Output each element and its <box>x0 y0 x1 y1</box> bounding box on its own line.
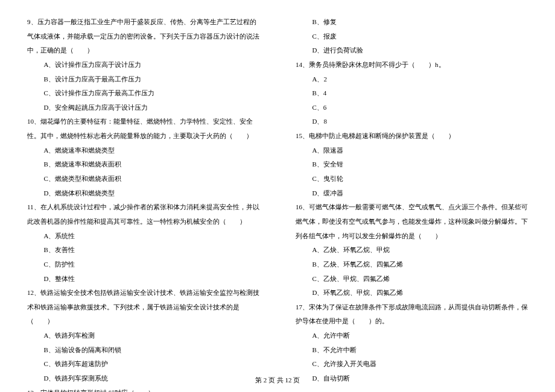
q11-option-a: A、系统性 <box>27 229 259 244</box>
question-15: 15、电梯中防止电梯超速和断绳的保护装置是（ ） A、限速器 B、安全钳 C、曳… <box>296 129 528 200</box>
q9-option-d: D、安全阀起跳压力应高于设计压力 <box>27 101 259 115</box>
q11-text: 11、在人机系统设计过程中，减少操作者的紧张和体力消耗来提高安全性，并以此改善机… <box>27 200 259 229</box>
q13-option-b: B、修复 <box>296 15 528 30</box>
q17-option-b: B、不允许中断 <box>296 343 528 358</box>
q10-option-b: B、燃烧速率和燃烧表面积 <box>27 157 259 172</box>
q14-option-d: D、8 <box>296 115 528 129</box>
question-13: 13、宋体吊钩扭转变形超过 5°时应（ ）。 A、正常使用 <box>27 386 259 392</box>
q13-text: 13、宋体吊钩扭转变形超过 5°时应（ ）。 <box>27 386 259 392</box>
q9-option-c: C、设计操作压力应高于最高工作压力 <box>27 86 259 101</box>
question-12: 12、铁路运输安全技术包括铁路运输安全设计技术、铁路运输安全监控与检测技术和铁路… <box>27 286 259 385</box>
question-14: 14、乘务员待乘卧床休息时间不得少于（ ）h。 A、2 B、4 C、6 D、8 <box>296 58 528 129</box>
question-11: 11、在人机系统设计过程中，减少操作者的紧张和体力消耗来提高安全性，并以此改善机… <box>27 200 259 286</box>
q9-option-b: B、设计压力应高于最高工作压力 <box>27 72 259 87</box>
q14-option-b: B、4 <box>296 86 528 101</box>
right-column: B、修复 C、报废 D、进行负荷试验 14、乘务员待乘卧床休息时间不得少于（ ）… <box>296 15 528 365</box>
q13-option-c: C、报废 <box>296 30 528 44</box>
q15-option-d: D、缓冲器 <box>296 186 528 201</box>
q17-text: 17、宋体为了保证在故障条件下形成故障电流回路，从而提供自动切断条件，保护导体在… <box>296 300 528 329</box>
q9-option-a: A、设计操作压力应高于设计压力 <box>27 58 259 72</box>
page-content: 9、压力容器一般泛指工业生产中用于盛装反应、传热、分离等生产工艺过程的气体或液体… <box>27 15 528 365</box>
q12-option-a: A、铁路列车检测 <box>27 329 259 343</box>
q15-option-b: B、安全钳 <box>296 157 528 172</box>
q12-option-b: B、运输设备的隔离和闭锁 <box>27 343 259 358</box>
q10-option-c: C、燃烧类型和燃烧表面积 <box>27 172 259 186</box>
q10-option-a: A、燃烧速率和燃烧类型 <box>27 144 259 158</box>
q17-option-a: A、允许中断 <box>296 329 528 343</box>
question-13-cont: B、修复 C、报废 D、进行负荷试验 <box>296 15 528 58</box>
left-column: 9、压力容器一般泛指工业生产中用于盛装反应、传热、分离等生产工艺过程的气体或液体… <box>27 15 259 365</box>
q10-option-d: D、燃烧体积和燃烧类型 <box>27 186 259 201</box>
q16-text: 16、可燃气体爆炸一般需要可燃气体、空气或氧气、点火源三个条件。但某些可燃气体，… <box>296 200 528 243</box>
q11-option-d: D、整体性 <box>27 272 259 286</box>
q11-option-c: C、防护性 <box>27 258 259 272</box>
q16-option-d: D、环氧乙烷、甲烷、四氟乙烯 <box>296 286 528 300</box>
q14-text: 14、乘务员待乘卧床休息时间不得少于（ ）h。 <box>296 58 528 72</box>
q16-option-b: B、乙炔、环氧乙烷、四氟乙烯 <box>296 258 528 272</box>
question-17: 17、宋体为了保证在故障条件下形成故障电流回路，从而提供自动切断条件，保护导体在… <box>296 300 528 386</box>
q16-option-a: A、乙炔、环氧乙烷、甲烷 <box>296 243 528 258</box>
q11-option-b: B、友善性 <box>27 243 259 258</box>
page-footer: 第 2 页 共 12 页 <box>0 376 555 385</box>
q9-text: 9、压力容器一般泛指工业生产中用于盛装反应、传热、分离等生产工艺过程的气体或液体… <box>27 15 259 58</box>
q12-option-c: C、铁路列车超速防护 <box>27 357 259 371</box>
question-16: 16、可燃气体爆炸一般需要可燃气体、空气或氧气、点火源三个条件。但某些可燃气体，… <box>296 200 528 300</box>
q15-option-c: C、曳引轮 <box>296 172 528 186</box>
question-9: 9、压力容器一般泛指工业生产中用于盛装反应、传热、分离等生产工艺过程的气体或液体… <box>27 15 259 115</box>
q14-option-a: A、2 <box>296 72 528 87</box>
q13-option-d: D、进行负荷试验 <box>296 43 528 58</box>
q15-option-a: A、限速器 <box>296 144 528 158</box>
question-10: 10、烟花爆竹的主要特征有：能量特征、燃烧特性、力学特性、安定性、安全性。其中，… <box>27 115 259 200</box>
q16-option-c: C、乙炔、甲烷、四氟乙烯 <box>296 272 528 286</box>
q14-option-c: C、6 <box>296 101 528 115</box>
q15-text: 15、电梯中防止电梯超速和断绳的保护装置是（ ） <box>296 129 528 144</box>
q10-text: 10、烟花爆竹的主要特征有：能量特征、燃烧特性、力学特性、安定性、安全性。其中，… <box>27 115 259 143</box>
q12-text: 12、铁路运输安全技术包括铁路运输安全设计技术、铁路运输安全监控与检测技术和铁路… <box>27 286 259 329</box>
q17-option-c: C、允许接入开关电器 <box>296 357 528 371</box>
